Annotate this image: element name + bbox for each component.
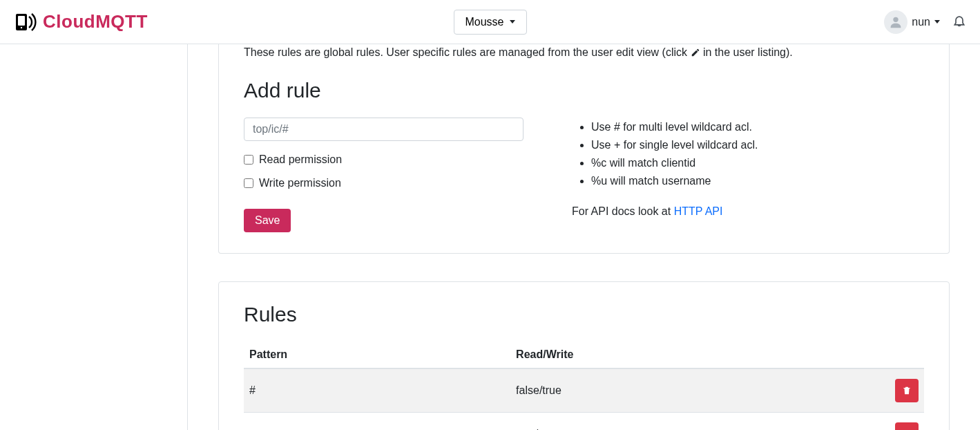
add-rule-form-row: Read permission Write permission Save Us… [244,118,924,232]
help-item: Use # for multi level wildcard acl. [591,119,924,135]
table-row: test true/true [244,413,924,431]
add-rule-card: These rules are global rules. User speci… [218,44,950,254]
save-button[interactable]: Save [244,209,291,232]
col-readwrite: Read/Write [510,342,883,368]
brand-name: CloudMQTT [43,11,148,32]
cell-readwrite: false/true [510,368,883,413]
api-docs-line: For API docs look at HTTP API [572,203,924,220]
write-permission-checkbox[interactable] [244,178,253,188]
rules-heading: Rules [244,303,924,326]
brand-logo[interactable]: CloudMQTT [14,10,148,35]
rules-card: Rules Pattern Read/Write # false/true [218,281,950,430]
help-list: Use # for multi level wildcard acl. Use … [572,119,924,189]
caret-down-icon [510,20,515,24]
svg-point-2 [21,26,22,28]
avatar [884,10,907,34]
read-permission-row[interactable]: Read permission [244,153,523,166]
instance-dropdown[interactable]: Mousse [453,10,526,35]
layout: These rules are global rules. User speci… [0,44,980,430]
intro-before: These rules are global rules. User speci… [244,46,691,58]
col-actions [883,342,924,368]
trash-icon [902,385,912,396]
help-item: Use + for single level wildcard acl. [591,137,924,153]
read-permission-checkbox[interactable] [244,155,253,165]
user-menu[interactable]: nun [884,10,940,34]
help-column: Use # for multi level wildcard acl. Use … [572,118,924,232]
topbar: CloudMQTT Mousse nun [0,0,980,44]
delete-rule-button[interactable] [895,422,919,430]
cell-pattern: test [244,413,510,431]
sidebar [0,44,188,430]
table-header-row: Pattern Read/Write [244,342,924,368]
pattern-input[interactable] [244,118,523,141]
write-permission-row[interactable]: Write permission [244,177,523,189]
add-rule-heading: Add rule [244,79,924,102]
write-permission-label: Write permission [259,177,341,189]
add-rule-form: Read permission Write permission Save [244,118,523,232]
delete-rule-button[interactable] [895,379,919,402]
cell-actions [883,413,924,431]
http-api-link[interactable]: HTTP API [674,205,723,217]
intro-after: in the user listing). [703,46,793,58]
main-content: These rules are global rules. User speci… [188,44,980,430]
instance-dropdown-label: Mousse [465,16,503,28]
help-item: %u will match username [591,173,924,189]
rules-table: Pattern Read/Write # false/true [244,342,924,430]
caret-down-icon [934,20,940,24]
right-nav: nun [884,10,966,34]
api-prefix: For API docs look at [572,205,674,217]
notifications-icon[interactable] [952,14,966,30]
intro-text: These rules are global rules. User speci… [244,44,924,62]
pencil-icon [691,46,700,62]
read-permission-label: Read permission [259,153,342,166]
help-item: %c will match clientid [591,155,924,171]
table-row: # false/true [244,368,924,413]
username-label: nun [912,16,930,28]
cell-actions [883,368,924,413]
svg-point-3 [894,17,899,21]
col-pattern: Pattern [244,342,510,368]
cloudmqtt-logo-icon [14,10,39,35]
cell-pattern: # [244,368,510,413]
svg-rect-1 [18,16,25,26]
cell-readwrite: true/true [510,413,883,431]
